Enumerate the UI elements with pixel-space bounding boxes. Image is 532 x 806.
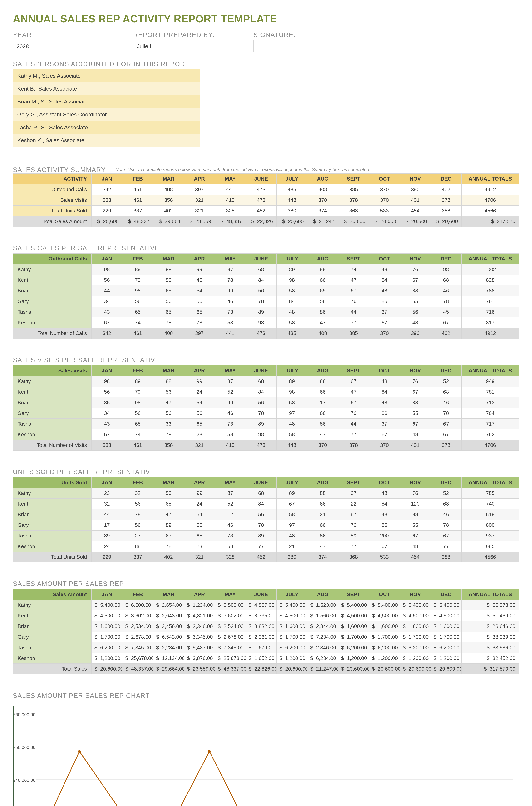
summary-note: Note: User to complete reports below. Su…: [115, 167, 370, 172]
calls-title: SALES CALLS PER SALE REPRESENTATIVE: [13, 245, 519, 252]
units-table: Units SoldJANFEBMARAPRMAYJUNEJULYAUGSEPT…: [13, 477, 519, 562]
page-title: ANNUAL SALES REP ACTIVITY REPORT TEMPLAT…: [13, 13, 519, 25]
year-input[interactable]: 2028: [13, 40, 104, 52]
svg-point-80: [78, 750, 81, 753]
amount-table: Sales AmountJANFEBMARAPRMAYJUNEJULYAUGSE…: [13, 589, 519, 674]
person-row: Tasha P., Sr. Sales Associate: [13, 121, 200, 134]
prepared-label: REPORT PREPARED BY:: [133, 31, 224, 39]
summary-table: ACTIVITYJANFEBMARAPRMAYJUNEJULYAUGSEPTOC…: [13, 173, 519, 227]
amount-title: SALES AMOUNT PER SALES REP: [13, 580, 519, 588]
sales-chart: [13, 706, 519, 806]
person-row: Brian M., Sr. Sales Associate: [13, 95, 200, 108]
persons-list: Kathy M., Sales AssociateKent B., Sales …: [13, 69, 200, 147]
prepared-input[interactable]: Julie L.: [133, 40, 224, 52]
svg-point-83: [208, 750, 211, 753]
signature-label: SIGNATURE:: [253, 31, 338, 39]
visits-table: Sales VisitsJANFEBMARAPRMAYJUNEJULYAUGSE…: [13, 365, 519, 450]
visits-title: SALES VISITS PER SALE REPRESENTATIVE: [13, 357, 519, 364]
person-row: Kathy M., Sales Associate: [13, 70, 200, 82]
meta-fields: YEAR 2028 REPORT PREPARED BY: Julie L. S…: [13, 31, 519, 52]
persons-label: SALESPERSONS ACCOUNTED FOR IN THIS REPOR…: [13, 60, 519, 68]
person-row: Keshon K., Sales Associate: [13, 134, 200, 147]
person-row: Kent B., Sales Associate: [13, 82, 200, 95]
summary-title: SALES ACTIVITY SUMMARY: [13, 166, 106, 173]
units-title: UNITS SOLD PER SALE REPRESENTATIVE: [13, 468, 519, 476]
calls-table: Outbound CallsJANFEBMARAPRMAYJUNEJULYAUG…: [13, 253, 519, 339]
year-label: YEAR: [13, 31, 104, 39]
chart-title: SALES AMOUNT PER SALES REP CHART: [13, 692, 519, 699]
person-row: Gary G., Assistant Sales Coordinator: [13, 108, 200, 121]
signature-input[interactable]: [253, 40, 338, 52]
